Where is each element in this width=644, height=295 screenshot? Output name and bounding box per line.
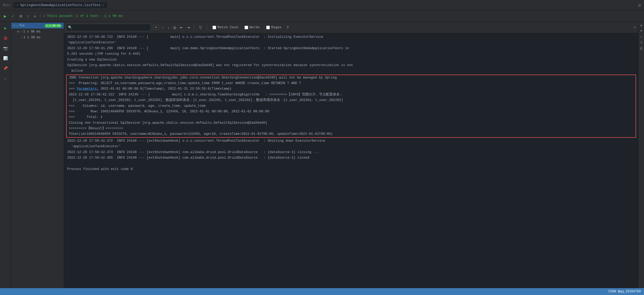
test-check-icon: ✓ (16, 24, 18, 27)
log-line-highlighted: JDBC Connection [org.apache.shardingsphe… (67, 75, 636, 81)
scroll-top-button[interactable]: ▲ (639, 23, 644, 27)
log-content[interactable]: 2022-12-20 17:58:40.722 INFO 24140 --- [… (64, 33, 638, 288)
more-button[interactable]: » (32, 13, 38, 19)
tab-title: SpringbootDemoApplicationTests.listTest (20, 3, 101, 7)
log-line-highlighted: <== Columns: id, username, password, age… (67, 103, 636, 109)
test-item-sub[interactable]: ✓ 1 s 90 ms (11, 35, 64, 40)
test-tree: ▼ ✓ Tes 1 s 90 ms ▶ ✓ 1 s 90 ms ✓ 1 s 90… (11, 22, 64, 288)
log-line: active (64, 68, 638, 74)
test-item-list[interactable]: ▶ ✓ 1 s 90 ms (11, 29, 64, 35)
search-bar: 🔍 ↵ ↑ ↓ ◎ ⇤ ⇥ ▽ Match Case Words Regex (64, 22, 638, 33)
highlighted-log-section: JDBC Connection [org.apache.shardingsphe… (66, 75, 636, 138)
test-item-label-3: 1 s 90 ms (24, 36, 41, 39)
regex-checkbox[interactable] (266, 26, 270, 29)
log-line: Creating a new SqlSession (64, 57, 638, 63)
tree-arrow-icon-2: ▶ (17, 30, 19, 34)
log-line-highlighted: [t_user_202201, t_user_202202, t_user_20… (67, 98, 636, 103)
search-input[interactable] (73, 25, 149, 29)
tests-passed-label: Tests passed: 1 of 1 test (47, 14, 98, 18)
regex-label: Regex (271, 25, 282, 29)
test-check-icon-3: ✓ (21, 36, 22, 39)
log-line-highlighted: <== Row: 160514040956 5933570, ACGkaka_1… (67, 109, 636, 114)
sidebar-pin-icon[interactable]: 📌 (1, 64, 10, 72)
log-line-highlighted: Closing non transactional SqlSession [or… (67, 120, 636, 126)
search-filter-button[interactable]: ▽ (197, 24, 204, 31)
regex-help-button[interactable]: ? (286, 25, 289, 30)
test-time-badge: 1 s 90 ms (45, 24, 62, 27)
sidebar-debug-icon[interactable]: 🐞 (1, 34, 10, 42)
log-line-highlighted: ==> Preparing: SELECT id,username,passwo… (67, 81, 636, 86)
log-line-highlighted: >>>>>>>>>【Result】<<<<<<<<< (67, 126, 636, 131)
match-case-label: Match Case (217, 25, 238, 29)
log-line-highlighted: <== Total: 1 (67, 114, 636, 120)
test-item-label-2: 1 s 90 ms (23, 30, 40, 34)
match-case-checkbox[interactable] (212, 26, 216, 29)
log-line-highlighted: ==> Parameters: 2022-01-01 00:00:00.0(Ti… (67, 86, 636, 92)
status-right: CSDN @qq_33204709 (609, 290, 641, 293)
tests-passed-status: ✓ Tests passed: 1 of 1 test – 1 s 90 ms (43, 14, 123, 18)
sidebar-import-icon[interactable]: ↙ (1, 74, 10, 82)
passed-check-icon: ✓ (43, 14, 45, 18)
search-divider (194, 25, 194, 30)
right-lines-button[interactable]: ≡ (639, 34, 644, 39)
status-csdn: CSDN @qq_33204709 (609, 290, 641, 293)
status-bar: CSDN @qq_33204709 (0, 288, 644, 295)
words-checkbox[interactable] (244, 26, 248, 29)
reorder-button[interactable]: ↕ (26, 13, 31, 19)
sidebar-run-icon[interactable]: ▶ (1, 24, 10, 32)
toolbar: ▶ ✓ ⊘ ↕ » ✓ Tests passed: 1 of 1 test – … (0, 11, 644, 22)
log-line (64, 161, 638, 166)
title-bar: Run: ✓ SpringbootDemoApplicationTests.li… (0, 0, 644, 11)
console-area: 🔍 ↵ ↑ ↓ ◎ ⇤ ⇥ ▽ Match Case Words Regex (64, 22, 638, 288)
log-line: 2022-12-20 17:58:42.473 INFO 24140 --- [… (64, 150, 638, 155)
run-button[interactable]: ▶ (2, 13, 8, 19)
regex-option[interactable]: Regex (264, 25, 284, 30)
main-area: ▶ 🐞 📷 📊 📌 ↙ ▼ ✓ Tes 1 s 90 ms ▶ ✓ 1 s 90… (0, 22, 644, 288)
scroll-bottom-button[interactable]: ▼ (639, 29, 644, 33)
test-panel: ▼ ✓ Tes 1 s 90 ms ▶ ✓ 1 s 90 ms ✓ 1 s 90… (11, 22, 64, 288)
search-magnifier-icon: 🔍 (68, 25, 72, 30)
run-label: Run: (3, 3, 11, 7)
title-tab[interactable]: ✓ SpringbootDemoApplicationTests.listTes… (13, 2, 107, 8)
tab-close-icon[interactable]: × (102, 4, 104, 7)
right-sort-button[interactable]: ⇅ (639, 40, 644, 45)
log-line-highlighted: TUser(id=160514040956 5933570, username=… (67, 131, 636, 137)
search-prev-button[interactable]: ⇤ (179, 25, 184, 30)
words-label: Words (250, 25, 260, 29)
right-clear-button[interactable]: 🗑 (639, 46, 644, 51)
log-line: 2022-12-20 17:58:42.485 INFO 24140 --- [… (64, 155, 638, 161)
test-item-label: Tes (19, 24, 25, 27)
rerun-passed-button[interactable]: ✓ (10, 13, 16, 19)
test-check-icon-2: ✓ (20, 30, 22, 33)
search-next-button[interactable]: ⇥ (186, 25, 191, 30)
test-item-root[interactable]: ▼ ✓ Tes 1 s 90 ms (11, 23, 64, 29)
log-line: 'applicationTaskExecutor' (64, 40, 638, 45)
search-up-button[interactable]: ↑ (161, 25, 165, 30)
log-line: 5.262 seconds (JVM running for 6.449) (64, 51, 638, 57)
sidebar-coverage-icon[interactable]: 📊 (1, 54, 10, 62)
log-line: SqlSession [org.apache.ibatis.session.de… (64, 63, 638, 68)
search-enter-button[interactable]: ↵ (153, 25, 159, 30)
right-panel: ▲ ▼ ≡ ⇅ 🗑 (638, 22, 644, 288)
parameters-link[interactable]: Parameters: (77, 87, 99, 91)
log-line: 'applicationTaskExecutor' (64, 144, 638, 149)
tests-duration: – 1 s 90 ms (100, 14, 123, 18)
match-case-option[interactable]: Match Case (210, 25, 240, 30)
close-search-button[interactable]: × (634, 25, 636, 30)
sidebar-camera-icon[interactable]: 📷 (1, 44, 10, 52)
log-line: Process finished with exit code 0 (64, 167, 638, 172)
words-option[interactable]: Words (242, 25, 262, 30)
search-down-button[interactable]: ↓ (167, 25, 170, 30)
search-input-wrap[interactable]: 🔍 (66, 24, 151, 31)
search-circle-button[interactable]: ◎ (172, 25, 177, 30)
toolbar-separator (40, 13, 40, 19)
log-line: 2022-12-20 17:58:41.299 INFO 24140 --- [… (64, 46, 638, 51)
search-divider-2 (207, 25, 207, 30)
log-line: 2022-12-20 17:58:42.472 INFO 24140 --- [… (64, 138, 638, 144)
settings-icon[interactable]: ⚙ (638, 3, 641, 8)
log-line: 2022-12-20 17:58:40.722 INFO 24140 --- [… (64, 34, 638, 40)
log-line-highlighted: 2022-12-20 17:58:42.322 INFO 24140 --- [… (67, 92, 636, 98)
tab-status-icon: ✓ (17, 3, 19, 7)
stop-button[interactable]: ⊘ (18, 13, 24, 19)
left-sidebar: ▶ 🐞 📷 📊 📌 ↙ (0, 22, 11, 288)
